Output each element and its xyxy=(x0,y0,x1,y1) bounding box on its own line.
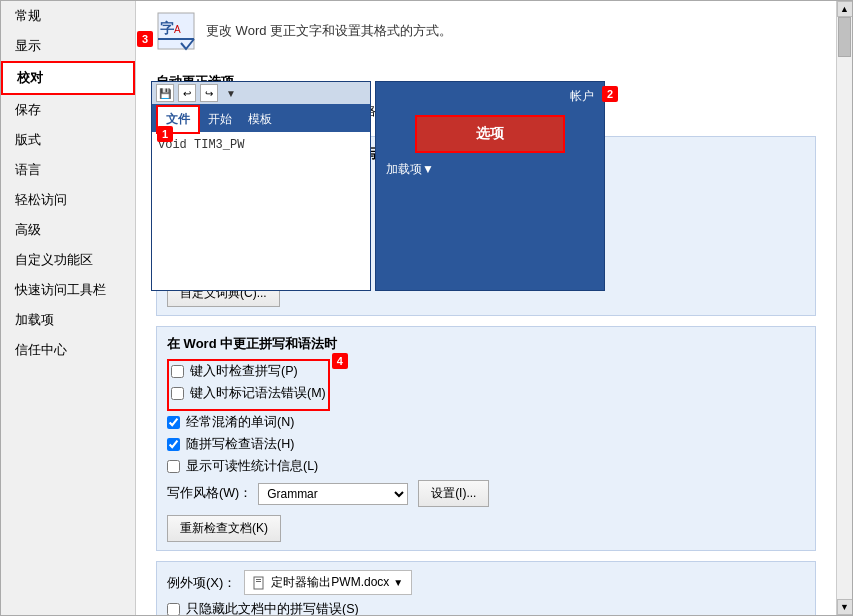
scroll-up-arrow[interactable]: ▲ xyxy=(837,1,853,17)
sidebar-item-trustcenter[interactable]: 信任中心 xyxy=(1,335,135,365)
annotation-4-badge: 4 xyxy=(332,353,348,369)
word-options-dialog: 常规 显示 3 校对 保存 版式 语言 轻松访问 高级 自定义功能区 快速访问工… xyxy=(0,0,853,616)
account-header: 帐户 xyxy=(376,82,604,111)
word-proofing-section: 在 Word 中更正拼写和语法时 4 键入时检查拼写(P) 键入时标记语法错误(… xyxy=(156,326,816,551)
document-icon xyxy=(253,576,267,590)
redo-toolbar-icon[interactable]: ↪ xyxy=(200,84,218,102)
checkbox-check-grammar-typing: 键入时标记语法错误(M) xyxy=(171,385,326,402)
svg-text:字: 字 xyxy=(160,20,174,36)
scrollbar-track[interactable] xyxy=(837,17,852,599)
word-overlay-popup: 💾 ↩ ↪ ▼ 文件 开始 模板 1 void TIM3_PW 帐户 xyxy=(151,81,611,301)
sidebar-item-advanced[interactable]: 高级 xyxy=(1,215,135,245)
exceptions-label: 例外项(X)： xyxy=(167,574,236,592)
addins-label: 加载项▼ xyxy=(386,161,434,178)
sidebar-item-accessibility[interactable]: 轻松访问 xyxy=(1,185,135,215)
scrollbar-thumb[interactable] xyxy=(838,17,851,57)
word-toolbar-row: 💾 ↩ ↪ ▼ xyxy=(152,82,370,104)
template-tab[interactable]: 模板 xyxy=(240,107,280,132)
undo-toolbar-icon[interactable]: ↩ xyxy=(178,84,196,102)
save-toolbar-icon[interactable]: 💾 xyxy=(156,84,174,102)
word-ribbon-tabs: 文件 开始 模板 1 xyxy=(152,104,370,132)
writing-style-label: 写作风格(W)： xyxy=(167,485,252,502)
scrollbar[interactable]: ▲ ▼ xyxy=(836,1,852,615)
checkbox-show-readability: 显示可读性统计信息(L) xyxy=(167,458,805,475)
svg-rect-5 xyxy=(256,579,261,580)
spell-grammar-checkbox-group: 4 键入时检查拼写(P) 键入时标记语法错误(M) xyxy=(167,359,330,411)
checkbox-hide-spell: 只隐藏此文档中的拼写错误(S) xyxy=(167,601,805,615)
annotation-3-badge: 3 xyxy=(137,31,153,47)
sidebar-item-layout[interactable]: 版式 xyxy=(1,125,135,155)
exceptions-section: 例外项(X)： 定时器输出PWM.docx ▼ 只隐藏此文档中的拼写错误(S) xyxy=(156,561,816,615)
proofing-icon: 字 A xyxy=(156,11,196,51)
annotation-2-badge: 2 xyxy=(602,86,618,102)
settings-button[interactable]: 设置(I)... xyxy=(418,480,489,507)
sidebar: 常规 显示 3 校对 保存 版式 语言 轻松访问 高级 自定义功能区 快速访问工… xyxy=(1,1,136,615)
header-section: 字 A 更改 Word 更正文字和设置其格式的方式。 xyxy=(156,11,816,59)
start-tab[interactable]: 开始 xyxy=(200,107,240,132)
options-label: 选项 xyxy=(476,125,504,141)
annotation-1-badge: 1 xyxy=(157,126,173,142)
checkbox-check-spell-typing: 键入时检查拼写(P) xyxy=(171,363,326,380)
checkbox-check-grammar-spell: 随拼写检查语法(H) xyxy=(167,436,805,453)
sidebar-item-customize[interactable]: 自定义功能区 xyxy=(1,245,135,275)
svg-text:A: A xyxy=(174,24,181,35)
file-selector-button[interactable]: 定时器输出PWM.docx ▼ xyxy=(244,570,412,595)
dropdown-more-icon[interactable]: ▼ xyxy=(226,88,236,99)
options-main-button[interactable]: 选项 2 xyxy=(415,115,565,153)
header-description: 更改 Word 更正文字和设置其格式的方式。 xyxy=(206,22,452,40)
sidebar-item-proofing[interactable]: 校对 xyxy=(1,61,135,95)
recheck-document-button[interactable]: 重新检查文档(K) xyxy=(167,515,281,542)
word-proofing-title: 在 Word 中更正拼写和语法时 xyxy=(167,335,805,353)
svg-rect-4 xyxy=(254,577,263,589)
scroll-down-arrow[interactable]: ▼ xyxy=(837,599,853,615)
sidebar-item-quickaccess[interactable]: 快速访问工具栏 xyxy=(1,275,135,305)
sidebar-item-display[interactable]: 显示 3 xyxy=(1,31,135,61)
word-options-panel: 帐户 选项 2 加载项▼ xyxy=(375,81,605,291)
svg-rect-6 xyxy=(256,581,261,582)
sidebar-item-addins[interactable]: 加载项 xyxy=(1,305,135,335)
word-file-panel: 💾 ↩ ↪ ▼ 文件 开始 模板 1 void TIM3_PW xyxy=(151,81,371,291)
sidebar-item-language[interactable]: 语言 xyxy=(1,155,135,185)
account-label: 帐户 xyxy=(570,89,594,103)
sidebar-item-save[interactable]: 保存 xyxy=(1,95,135,125)
options-button-row: 选项 2 xyxy=(376,111,604,157)
checkbox-frequently-confused: 经常混淆的单词(N) xyxy=(167,414,805,431)
addins-row[interactable]: 加载项▼ xyxy=(376,157,604,182)
sidebar-item-general[interactable]: 常规 xyxy=(1,1,135,31)
word-content-area: void TIM3_PW xyxy=(152,132,370,290)
exceptions-row: 例外项(X)： 定时器输出PWM.docx ▼ xyxy=(167,570,805,595)
writing-style-select[interactable]: Grammar xyxy=(258,483,408,505)
dropdown-arrow-icon: ▼ xyxy=(393,577,403,588)
file-name: 定时器输出PWM.docx xyxy=(271,574,389,591)
writing-style-row: 写作风格(W)： Grammar 设置(I)... xyxy=(167,480,805,507)
